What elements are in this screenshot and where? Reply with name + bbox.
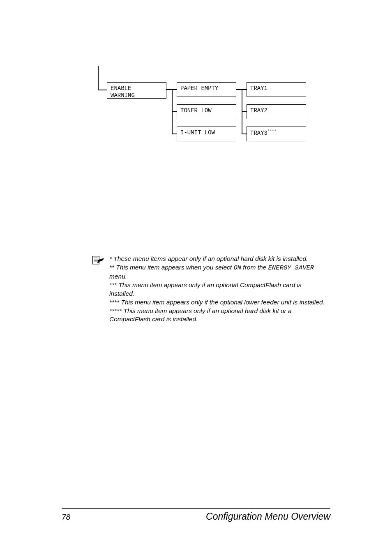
footnote-2-on: ON xyxy=(233,264,241,272)
tray3-label: TRAY3 xyxy=(250,130,267,136)
page-footer: 78 Configuration Menu Overview xyxy=(62,508,330,522)
footnotes-text: * These menu items appear only if an opt… xyxy=(109,255,326,324)
connector-line xyxy=(98,66,99,90)
footnote-2-part-a: ** This menu item appears when you selec… xyxy=(109,264,233,271)
footnotes-section: * These menu items appear only if an opt… xyxy=(91,255,326,324)
menu-box-tray3: TRAY3**** xyxy=(247,127,306,141)
footnote-5: ***** This menu item appears only if an … xyxy=(109,307,292,323)
note-icon xyxy=(91,256,104,265)
footnote-2-part-c: menu. xyxy=(109,273,127,280)
connector-line xyxy=(242,134,247,134)
footer-divider xyxy=(62,508,330,509)
menu-box-iunit-low: I-UNIT LOW xyxy=(177,127,236,141)
menu-box-tray2: TRAY2 xyxy=(247,104,306,119)
menu-box-tray1: TRAY1 xyxy=(247,82,306,97)
footnote-4: **** This menu item appears only if the … xyxy=(109,299,325,306)
connector-line xyxy=(172,134,177,134)
menu-box-paper-empty: PAPER EMPTY xyxy=(177,82,236,97)
connector-line xyxy=(172,111,177,112)
menu-tree-diagram: ENABLE WARNING PAPER EMPTY TONER LOW I-U… xyxy=(99,82,392,164)
footnote-3: *** This menu item appears only if an op… xyxy=(109,281,302,297)
footnote-2-part-b: from the xyxy=(241,264,268,271)
footer-title: Configuration Menu Overview xyxy=(206,511,330,522)
menu-box-enable-warning: ENABLE WARNING xyxy=(107,82,166,99)
tray3-footnote-marker: **** xyxy=(267,129,277,134)
footnote-1: * These menu items appear only if an opt… xyxy=(109,255,308,262)
connector-line xyxy=(242,111,247,112)
connector-line xyxy=(98,90,107,90)
footnote-2-energy: ENERGY SAVER xyxy=(268,264,314,272)
page-number: 78 xyxy=(62,513,70,522)
menu-box-toner-low: TONER LOW xyxy=(177,104,236,119)
